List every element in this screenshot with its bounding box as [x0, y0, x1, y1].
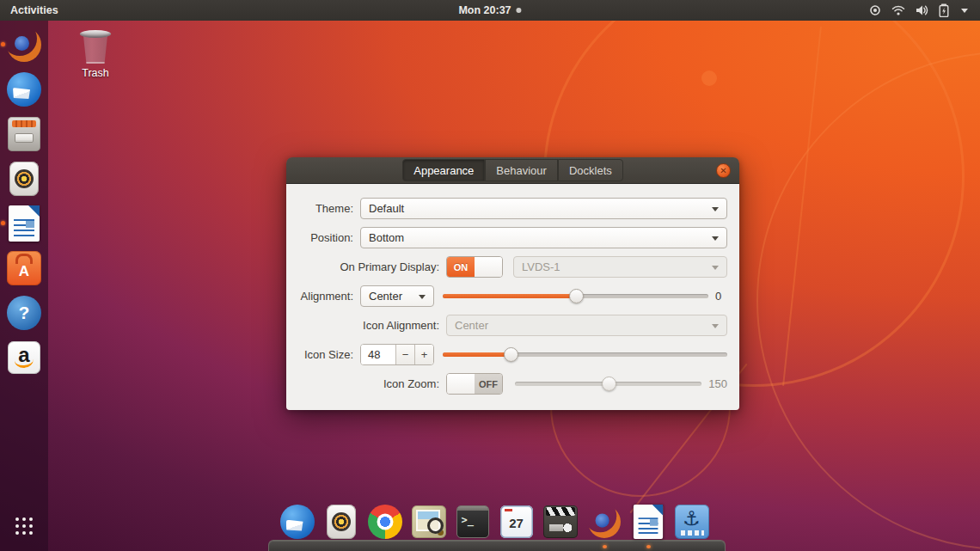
screenshot-tool-icon	[412, 505, 446, 538]
launcher-item-ubuntu-software[interactable]: A	[6, 250, 42, 286]
dock-item-calendar[interactable]: 27	[499, 504, 534, 539]
launcher-item-rhythmbox[interactable]	[6, 161, 42, 197]
toggle-on-label: ON	[447, 257, 475, 277]
dialog-tabs: Appearance Behaviour Docklets	[402, 159, 623, 181]
icon-zoom-row: Icon Zoom: OFF 150	[298, 373, 727, 395]
chevron-down-icon	[712, 236, 719, 241]
dock-item-screenshot-tool[interactable]	[411, 504, 446, 539]
dock-item-libreoffice-writer[interactable]	[630, 504, 665, 539]
clock-label: Mon 20:37	[458, 4, 511, 16]
rhythmbox-icon	[327, 505, 356, 539]
alignment-label: Alignment:	[298, 290, 353, 303]
icon-zoom-label: Icon Zoom:	[298, 377, 439, 390]
icon-size-slider[interactable]	[443, 344, 727, 365]
icon-zoom-slider	[515, 373, 701, 395]
icon-size-row: Icon Size: 48 − +	[298, 344, 727, 365]
dock-item-thunderbird[interactable]	[279, 504, 315, 539]
running-indicator	[1, 42, 5, 46]
chrome-icon	[368, 505, 402, 539]
dock-item-video-editor[interactable]	[542, 504, 578, 539]
show-applications-button[interactable]	[6, 508, 42, 544]
trash-icon	[80, 28, 111, 64]
primary-display-row: On Primary Display: ON LVDS-1	[298, 256, 727, 278]
battery-icon	[938, 3, 950, 17]
icon-size-entry[interactable]: 48	[361, 345, 395, 364]
firefox-icon	[7, 28, 41, 62]
alignment-slider[interactable]	[443, 285, 708, 307]
activities-button[interactable]: Activities	[0, 0, 69, 21]
slider-handle[interactable]	[504, 347, 518, 362]
icon-zoom-slider-value: 150	[708, 377, 727, 390]
chevron-down-icon	[419, 295, 426, 299]
alignment-row: Alignment: Center 0	[298, 285, 727, 307]
icon-alignment-label: Icon Alignment:	[298, 319, 439, 332]
close-icon: ✕	[720, 167, 726, 175]
thunderbird-icon	[280, 505, 315, 539]
media-indicator-icon	[517, 8, 522, 13]
icon-size-minus-button[interactable]: −	[395, 345, 414, 364]
dock-item-chrome[interactable]	[367, 504, 402, 539]
tab-appearance[interactable]: Appearance	[402, 159, 485, 181]
launcher-item-amazon[interactable]: a	[6, 340, 42, 376]
slider-handle[interactable]	[569, 289, 584, 303]
alignment-dropdown[interactable]: Center	[360, 285, 434, 307]
alignment-slider-value: 0	[715, 290, 727, 303]
thunderbird-icon	[7, 72, 41, 107]
theme-row: Theme: Default	[298, 198, 727, 219]
theme-value: Default	[369, 202, 404, 215]
launcher-item-firefox[interactable]	[6, 27, 42, 63]
apps-grid-icon	[15, 517, 33, 535]
position-row: Position: Bottom	[298, 227, 727, 248]
appearance-panel: Theme: Default Position: Bottom On Prima…	[286, 184, 739, 410]
desktop-screen: Activities Mon 20:37	[0, 0, 980, 551]
ubuntu-software-icon: A	[7, 251, 41, 285]
launcher-dock: A ? a	[0, 21, 48, 551]
firefox-icon	[588, 505, 621, 538]
primary-display-toggle[interactable]: ON	[446, 256, 503, 278]
calendar-icon: 27	[500, 505, 533, 538]
wallpaper-circle	[701, 70, 717, 86]
volume-icon	[915, 3, 928, 17]
top-bar: Activities Mon 20:37	[0, 0, 980, 21]
chevron-down-icon	[712, 207, 719, 211]
running-indicator	[646, 545, 651, 548]
tab-docklets[interactable]: Docklets	[558, 159, 623, 181]
software-letter: A	[19, 264, 29, 279]
anchor-docklet-icon: ⚓	[675, 505, 709, 539]
calendar-day: 27	[509, 516, 524, 530]
clock-menu[interactable]: Mon 20:37	[458, 4, 521, 16]
question-mark: ?	[19, 303, 30, 323]
dock-item-anchor-docklet[interactable]: ⚓	[674, 504, 709, 539]
dialog-titlebar[interactable]: Appearance Behaviour Docklets ✕	[286, 157, 739, 184]
tab-behaviour[interactable]: Behaviour	[485, 159, 558, 181]
slider-handle	[602, 377, 616, 391]
dock-item-rhythmbox[interactable]	[323, 504, 358, 539]
location-icon	[868, 3, 882, 17]
close-button[interactable]: ✕	[716, 163, 731, 178]
libreoffice-writer-icon	[9, 205, 40, 242]
dock-item-firefox[interactable]	[586, 504, 622, 539]
anchor-glyph: ⚓	[683, 509, 701, 529]
icon-alignment-value: Center	[455, 319, 488, 332]
icon-alignment-dropdown: Center	[446, 315, 727, 336]
desktop-icon-trash[interactable]: Trash	[74, 28, 117, 79]
launcher-item-thunderbird[interactable]	[6, 71, 42, 107]
system-status-area[interactable]	[865, 0, 973, 21]
display-value: LVDS-1	[522, 260, 560, 273]
video-editor-icon	[543, 505, 578, 538]
terminal-icon: >_	[456, 505, 489, 538]
icon-zoom-toggle[interactable]: OFF	[446, 373, 503, 395]
position-label: Position:	[298, 231, 353, 244]
position-value: Bottom	[369, 231, 404, 244]
icon-size-plus-button[interactable]: +	[414, 345, 433, 364]
launcher-item-files[interactable]	[6, 116, 42, 152]
rhythmbox-icon	[9, 162, 39, 196]
launcher-item-libreoffice-writer[interactable]	[6, 205, 42, 242]
dock-item-terminal[interactable]: >_	[455, 504, 490, 539]
launcher-item-help[interactable]: ?	[6, 295, 42, 331]
wifi-icon	[891, 3, 905, 17]
theme-dropdown[interactable]: Default	[360, 198, 727, 219]
amazon-letter: a	[18, 343, 29, 367]
position-dropdown[interactable]: Bottom	[360, 227, 727, 248]
help-icon: ?	[7, 296, 41, 330]
